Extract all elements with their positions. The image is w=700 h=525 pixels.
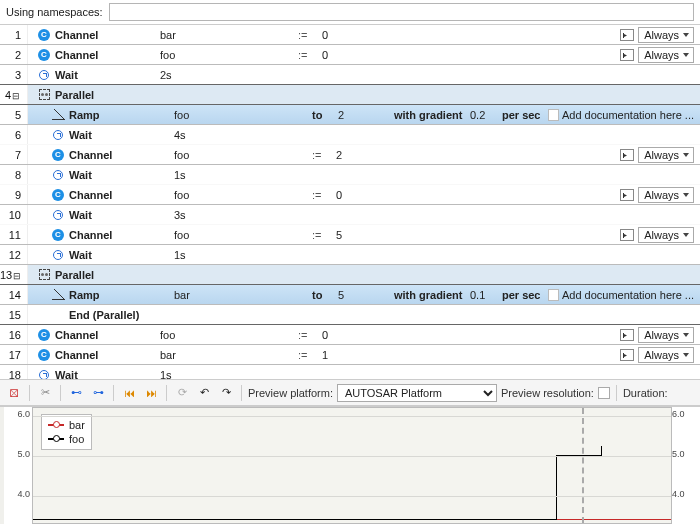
preview-chart: 6.05.04.0 barfoo 6.05.04.0 [0, 406, 700, 524]
wait-time[interactable]: 1s [156, 369, 298, 381]
step-over-icon[interactable]: ⊶ [89, 384, 107, 402]
channel-icon: C [52, 189, 64, 201]
trigger-select[interactable]: Always [638, 187, 694, 203]
cut-icon[interactable]: ✂ [36, 384, 54, 402]
expand-icon[interactable] [12, 269, 21, 281]
step-name: Ramp [66, 289, 170, 301]
step-row[interactable]: 3Wait2s [0, 65, 700, 85]
channel-value[interactable]: 5 [336, 229, 388, 241]
channel-var[interactable]: foo [170, 229, 312, 241]
step-name: Channel [52, 29, 156, 41]
row-number: 9 [0, 185, 28, 204]
step-name: Parallel [52, 89, 156, 101]
preview-resolution-checkbox[interactable] [598, 387, 610, 399]
namespaces-input[interactable] [109, 3, 694, 21]
channel-value[interactable]: 0 [336, 189, 388, 201]
step-row[interactable]: 18Wait1s [0, 365, 700, 380]
row-number: 18 [0, 365, 28, 380]
step-row[interactable]: 1CChannelbar:=0Always [0, 25, 700, 45]
step-row[interactable]: 17CChannelbar:=1Always [0, 345, 700, 365]
namespaces-label: Using namespaces: [6, 6, 103, 18]
wait-time[interactable]: 3s [170, 209, 312, 221]
indent-left-icon[interactable]: ⏮ [120, 384, 138, 402]
step-grid: 1CChannelbar:=0Always2CChannelfoo:=0Alwa… [0, 25, 700, 380]
delete-icon[interactable]: ⛝ [5, 384, 23, 402]
step-row[interactable]: 11CChannelfoo:=5Always [0, 225, 700, 245]
step-row[interactable]: 16CChannelfoo:=0Always [0, 325, 700, 345]
doc-placeholder[interactable]: Add documentation here ... [548, 109, 694, 121]
trigger-select[interactable]: Always [638, 47, 694, 63]
ramp-gradient[interactable]: 0.1 [470, 289, 502, 301]
trigger-select[interactable]: Always [638, 347, 694, 363]
channel-var[interactable]: foo [156, 329, 298, 341]
channel-icon: C [52, 149, 64, 161]
wait-icon [53, 170, 63, 180]
step-in-icon[interactable]: ⊷ [67, 384, 85, 402]
channel-icon: C [52, 229, 64, 241]
wait-time[interactable]: 1s [170, 169, 312, 181]
trigger-select[interactable]: Always [638, 27, 694, 43]
wait-time[interactable]: 4s [170, 129, 312, 141]
trigger-icon [620, 49, 634, 61]
channel-var[interactable]: foo [170, 189, 312, 201]
step-row[interactable]: 8Wait1s [0, 165, 700, 185]
row-number: 17 [0, 345, 28, 364]
step-name: Wait [66, 209, 170, 221]
step-row[interactable]: 5Rampfooto2with gradient0.2per secAdd do… [0, 105, 700, 125]
row-number: 16 [0, 325, 28, 344]
step-row[interactable]: 10Wait3s [0, 205, 700, 225]
step-name: Wait [52, 69, 156, 81]
step-row[interactable]: 13Parallel [0, 265, 700, 285]
row-number: 2 [0, 45, 28, 64]
channel-value[interactable]: 2 [336, 149, 388, 161]
channel-var[interactable]: foo [156, 49, 298, 61]
channel-var[interactable]: bar [156, 349, 298, 361]
row-number: 5 [0, 105, 28, 124]
step-name: Channel [66, 149, 170, 161]
channel-icon: C [38, 49, 50, 61]
doc-placeholder[interactable]: Add documentation here ... [548, 289, 694, 301]
wait-time[interactable]: 1s [170, 249, 312, 261]
step-row[interactable]: 4Parallel [0, 85, 700, 105]
step-row[interactable]: 14Rampbarto5with gradient0.1per secAdd d… [0, 285, 700, 305]
ramp-icon [52, 109, 65, 120]
step-row[interactable]: 15End (Parallel) [0, 305, 700, 325]
trigger-select[interactable]: Always [638, 227, 694, 243]
step-name: Channel [52, 349, 156, 361]
wait-time[interactable]: 2s [156, 69, 298, 81]
step-name: Channel [52, 329, 156, 341]
redo-icon[interactable]: ↷ [217, 384, 235, 402]
channel-value[interactable]: 0 [322, 29, 374, 41]
trigger-icon [620, 229, 634, 241]
ramp-var[interactable]: foo [170, 109, 312, 121]
step-row[interactable]: 9CChannelfoo:=0Always [0, 185, 700, 205]
wait-icon [39, 70, 49, 80]
parallel-icon [39, 89, 50, 100]
ramp-var[interactable]: bar [170, 289, 312, 301]
step-row[interactable]: 12Wait1s [0, 245, 700, 265]
step-name: Wait [52, 369, 156, 381]
channel-value[interactable]: 0 [322, 49, 374, 61]
preview-platform-select[interactable]: AUTOSAR Platform [337, 384, 497, 402]
trigger-select[interactable]: Always [638, 147, 694, 163]
channel-value[interactable]: 1 [322, 349, 374, 361]
indent-right-icon[interactable]: ⏭ [142, 384, 160, 402]
step-row[interactable]: 6Wait4s [0, 125, 700, 145]
trigger-select[interactable]: Always [638, 327, 694, 343]
channel-var[interactable]: bar [156, 29, 298, 41]
step-name: Channel [66, 229, 170, 241]
step-row[interactable]: 2CChannelfoo:=0Always [0, 45, 700, 65]
undo-icon[interactable]: ↶ [195, 384, 213, 402]
ramp-to[interactable]: 5 [338, 289, 394, 301]
channel-value[interactable]: 0 [322, 329, 374, 341]
ramp-gradient[interactable]: 0.2 [470, 109, 502, 121]
series-foo-line [33, 519, 556, 520]
ramp-to[interactable]: 2 [338, 109, 394, 121]
refresh-icon[interactable]: ⟳ [173, 384, 191, 402]
step-row[interactable]: 7CChannelfoo:=2Always [0, 145, 700, 165]
channel-var[interactable]: foo [170, 149, 312, 161]
trigger-icon [620, 349, 634, 361]
expand-icon[interactable] [11, 89, 21, 101]
row-number: 3 [0, 65, 28, 84]
step-name: Wait [66, 169, 170, 181]
